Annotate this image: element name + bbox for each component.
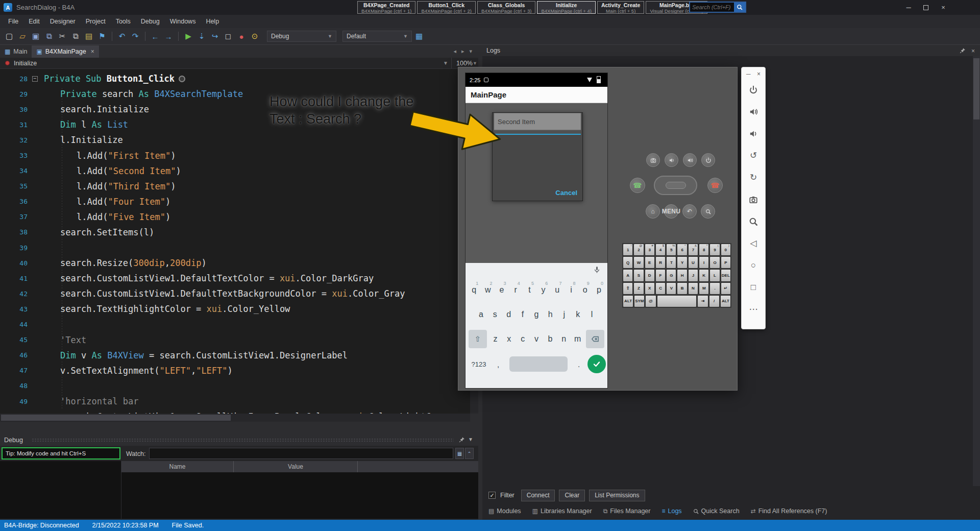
tab-b4xmainpage[interactable]: ▣B4XMainPage× — [32, 45, 99, 58]
toolbar-navigate-back-icon[interactable]: ← — [149, 30, 161, 42]
tab-modules[interactable]: ▤Modules — [488, 508, 521, 515]
hw-key-space[interactable] — [657, 295, 697, 307]
key-o[interactable]: o9 — [578, 279, 592, 301]
pin-icon[interactable] — [459, 437, 465, 444]
close-button[interactable]: × — [935, 0, 952, 15]
hw-key-I[interactable]: I — [699, 256, 709, 269]
hw-key-A[interactable]: A — [623, 269, 633, 281]
code-line-50[interactable]: 50search.CustomListView1.sv.ScrollViewIn… — [0, 409, 470, 414]
space-key[interactable] — [509, 356, 568, 372]
key-l[interactable]: l — [585, 304, 599, 325]
menu-help[interactable]: Help — [201, 15, 224, 28]
connect-button[interactable]: Connect — [521, 490, 555, 501]
enter-key[interactable] — [587, 355, 606, 373]
tab-quick-search[interactable]: Quick Search — [693, 508, 740, 515]
comma-key[interactable]: , — [491, 360, 506, 369]
hw-key-D[interactable]: D — [645, 269, 655, 281]
tab-logs[interactable]: ≡Logs — [662, 508, 681, 515]
backspace-key[interactable] — [586, 330, 604, 348]
tab-scroll-icon-2[interactable]: ▾ — [469, 48, 472, 55]
volume-up-icon[interactable] — [742, 101, 765, 123]
code-line-45[interactable]: 45'Text — [0, 332, 470, 348]
call-button[interactable]: ☎ — [630, 178, 645, 193]
editor-horizontal-scrollbar[interactable] — [0, 414, 470, 422]
key-t[interactable]: t5 — [523, 279, 536, 301]
code-line-41[interactable]: 41search.CustomListView1.DefaultTextColo… — [0, 271, 470, 286]
hw-key-F[interactable]: F — [655, 269, 666, 281]
hw-key-P[interactable]: P — [721, 256, 731, 269]
zoom-icon[interactable] — [742, 210, 765, 232]
hw-key-N[interactable]: N — [688, 282, 698, 295]
toolbar-step-into-icon[interactable]: ⇣ — [195, 30, 208, 42]
hw-key-/[interactable]: / — [709, 295, 720, 307]
key-w[interactable]: w2 — [481, 279, 495, 301]
dpad-control[interactable] — [654, 176, 697, 195]
scrollbar-thumb[interactable] — [973, 58, 979, 119]
rotate-left-icon[interactable]: ↺ — [742, 144, 765, 166]
hw-key-V[interactable]: V — [666, 282, 676, 295]
camera-button[interactable] — [646, 153, 660, 167]
chevron-down-icon[interactable]: ▼ — [443, 60, 448, 66]
code-line-34[interactable]: 34l.Add("Second Item") — [0, 163, 470, 179]
menu-designer[interactable]: Designer — [45, 15, 81, 28]
build-configuration-select[interactable]: Debug▼ — [267, 31, 336, 42]
hw-key-8[interactable]: 8* — [699, 244, 709, 256]
toolbar-undo-icon[interactable]: ↶ — [116, 30, 128, 42]
watch-list-icon[interactable]: ▦ — [455, 448, 464, 459]
code-line-36[interactable]: 36l.Add("Four Item") — [0, 194, 470, 209]
key-m[interactable]: m — [571, 328, 584, 350]
column-value[interactable]: Value — [234, 461, 358, 472]
hw-key-5[interactable]: 5% — [666, 244, 676, 256]
hw-key-6[interactable]: 6^ — [677, 244, 687, 256]
minimize-button[interactable]: ─ — [746, 70, 751, 78]
key-c[interactable]: c — [516, 328, 530, 350]
bookmark-4[interactable]: InitializeB4XMainPage (ctrl + 4) — [537, 1, 595, 14]
hw-key-L[interactable]: L — [709, 269, 720, 281]
back-icon[interactable]: ◁ — [742, 232, 765, 254]
hw-key-@[interactable]: @ — [645, 295, 656, 307]
clear-button[interactable]: Clear — [559, 490, 585, 501]
hw-key-X[interactable]: X — [645, 282, 655, 295]
watch-evaluate-icon[interactable]: ⌃ — [465, 448, 474, 459]
toolbar-breakpoint-icon[interactable]: ● — [235, 30, 248, 42]
chevron-down-icon[interactable]: ▼ — [468, 437, 473, 442]
code-line-37[interactable]: 37l.Add("Five Item") — [0, 209, 470, 225]
menu-edit[interactable]: Edit — [23, 15, 45, 28]
key-b[interactable]: b — [543, 328, 557, 350]
scrollbar-thumb[interactable] — [1, 415, 231, 421]
hw-key-ALT[interactable]: ALT — [720, 295, 731, 307]
home-button[interactable]: ⌂ — [646, 204, 660, 219]
key-s[interactable]: s — [488, 304, 502, 325]
toolbar-run-icon[interactable]: ▶ — [182, 30, 194, 42]
code-line-46[interactable]: 46Dim v As B4XView = search.CustomListVi… — [0, 348, 470, 363]
toolbar-paste-icon[interactable]: ▤ — [83, 30, 95, 42]
rotate-right-icon[interactable]: ↻ — [742, 166, 765, 188]
scope-selector[interactable]: Initialize — [14, 60, 37, 67]
symbols-key[interactable]: ?123 — [467, 360, 491, 368]
tab-scroll-icon-0[interactable]: ◂ — [453, 48, 456, 55]
code-line-44[interactable]: 44 — [0, 317, 470, 332]
menu-file[interactable]: File — [3, 15, 23, 28]
close-button[interactable]: × — [757, 70, 761, 78]
hw-key-Z[interactable]: Z — [633, 282, 644, 295]
hw-key-J[interactable]: J — [688, 269, 698, 281]
code-line-42[interactable]: 42search.CustomListView1.DefaultTextBack… — [0, 286, 470, 301]
bookmark-1[interactable]: B4XPage_CreatedB4XMainPage (ctrl + 1) — [357, 1, 415, 14]
key-v[interactable]: v — [530, 328, 544, 350]
filter-checkbox[interactable]: ✓ — [488, 492, 496, 499]
key-r[interactable]: r4 — [509, 279, 523, 301]
key-y[interactable]: y6 — [536, 279, 550, 301]
hw-key-3[interactable]: 3# — [645, 244, 655, 256]
menu-tools[interactable]: Tools — [111, 15, 136, 28]
code-line-49[interactable]: 49'horizontal bar — [0, 394, 470, 409]
hw-key-S[interactable]: S — [633, 269, 644, 281]
key-q[interactable]: q1 — [467, 279, 481, 301]
power-button[interactable] — [701, 153, 715, 167]
search-icon[interactable] — [734, 3, 745, 12]
key-d[interactable]: d — [502, 304, 516, 325]
visual-designer-icon[interactable]: ▦ — [413, 30, 425, 42]
hw-key-M[interactable]: M — [699, 282, 709, 295]
volume-down-icon[interactable] — [742, 123, 765, 144]
hw-key-Q[interactable]: Q — [623, 256, 633, 269]
key-h[interactable]: h — [544, 304, 557, 325]
